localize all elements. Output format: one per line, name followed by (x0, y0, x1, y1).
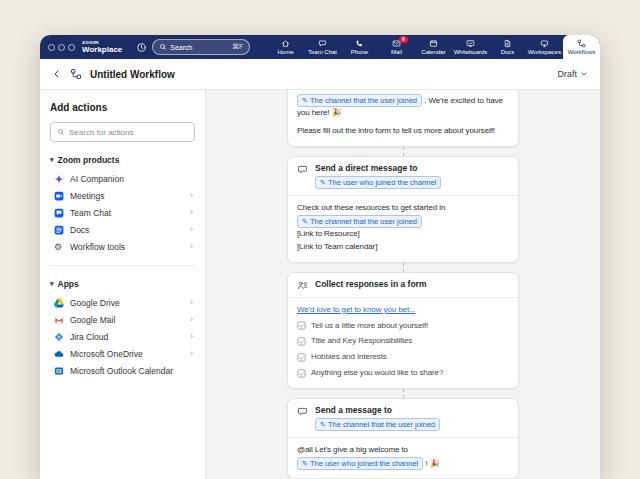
nav-label: Calendar (421, 49, 445, 55)
workflow-title: Untitled Workflow (90, 69, 175, 80)
sidebar-item-google-mail[interactable]: Google Mail › (50, 311, 195, 328)
draft-status-dropdown[interactable]: Draft (557, 69, 588, 79)
nav-item-team-chat[interactable]: Team Chat (304, 35, 341, 59)
form-link-text[interactable]: We'd love to get to know you bet... (297, 305, 415, 314)
card-header: Send a direct message to ✎The user who j… (288, 157, 518, 195)
variable-chip-channel[interactable]: ✎The channel that the user joined (315, 418, 440, 431)
section-apps[interactable]: ▾ Apps (50, 279, 195, 289)
form-question-row: Anything else you would like to share? (297, 367, 509, 380)
zoom-workplace-logo: zoom Workplace (82, 35, 122, 59)
workflow-canvas[interactable]: ✎The channel that the user joined . We'r… (206, 90, 600, 479)
nav-label: Mail (391, 49, 402, 55)
chip-label: The user who joined the channel (328, 177, 436, 188)
card-body: We'd love to get to know you bet... Tell… (288, 297, 518, 388)
chevron-right-icon: › (190, 349, 193, 358)
draft-status-label: Draft (557, 69, 577, 79)
nav-item-workflows[interactable]: Workflows (563, 35, 600, 59)
message-line: Check out these resources to get started… (297, 202, 509, 215)
sidebar-item-label: Jira Cloud (70, 332, 108, 342)
nav-item-home[interactable]: Home (267, 35, 304, 59)
content-area: Add actions Search for actions ▾ Zoom pr… (40, 90, 600, 479)
flow-connector (403, 147, 404, 156)
workflow-header: Untitled Workflow Draft (40, 59, 600, 90)
actions-search-input[interactable]: Search for actions (50, 122, 195, 142)
top-navigation-bar: zoom Workplace Search ⌘F Home Team Chat … (40, 35, 600, 59)
form-question-label: Tell us a little more about yourself! (311, 320, 428, 333)
sidebar-item-docs[interactable]: Docs › (50, 221, 195, 238)
nav-item-whiteboards[interactable]: Whiteboards (452, 35, 489, 59)
flow-connector (403, 389, 404, 398)
sidebar-item-label: Meetings (70, 191, 105, 201)
pencil-icon: ✎ (320, 179, 326, 186)
gmail-icon (54, 315, 64, 325)
pencil-icon: ✎ (302, 97, 308, 104)
card-title: Send a message to (315, 405, 392, 415)
whiteboard-icon (466, 39, 475, 48)
form-question-label: Hobbies and Interests (311, 351, 387, 364)
message-line: ✎The user who joined the channel ! 🎉 (297, 457, 509, 470)
workflow-card-collect-form[interactable]: Collect responses in a form We'd love to… (287, 272, 519, 389)
history-clock-icon (136, 42, 147, 53)
docs-icon (503, 39, 512, 48)
onedrive-icon (54, 349, 64, 359)
card-body: Check out these resources to get started… (288, 195, 518, 262)
workspaces-icon (540, 39, 549, 48)
card-header-text: Send a message to ✎The channel that the … (315, 405, 440, 431)
sidebar-item-microsoft-outlook-calendar[interactable]: Microsoft Outlook Calendar (50, 362, 195, 379)
recent-history-button[interactable] (136, 35, 147, 59)
nav-item-workspaces[interactable]: Workspaces (526, 35, 563, 59)
sidebar-item-label: Docs (70, 225, 89, 235)
sidebar-item-jira-cloud[interactable]: Jira Cloud › (50, 328, 195, 345)
message-line: ✎The channel that the user joined . We'r… (297, 94, 509, 120)
sidebar-item-ai-companion[interactable]: AI Companion (50, 170, 195, 187)
sidebar-item-google-drive[interactable]: Google Drive › (50, 294, 195, 311)
form-question-row: Hobbies and Interests (297, 351, 509, 364)
window-minimize-button[interactable] (58, 44, 65, 51)
workflow-card-welcome-message[interactable]: ✎The channel that the user joined . We'r… (287, 90, 519, 147)
nav-item-phone[interactable]: Phone (341, 35, 378, 59)
zoom-workplace-window: zoom Workplace Search ⌘F Home Team Chat … (40, 35, 600, 479)
sidebar-item-microsoft-onedrive[interactable]: Microsoft OneDrive › (50, 345, 195, 362)
add-actions-sidebar: Add actions Search for actions ▾ Zoom pr… (40, 90, 206, 479)
variable-chip-user[interactable]: ✎The user who joined the channel (315, 176, 441, 189)
search-icon (57, 128, 65, 136)
chip-label: The user who joined the channel (310, 458, 418, 469)
card-header-text: Collect responses in a form (315, 279, 426, 289)
google-drive-icon (54, 298, 64, 308)
window-zoom-button[interactable] (68, 44, 75, 51)
back-button[interactable] (52, 69, 62, 79)
window-controls[interactable] (40, 35, 82, 59)
home-icon (281, 39, 290, 48)
form-title-link[interactable]: We'd love to get to know you bet... (297, 304, 509, 317)
phone-icon (355, 39, 364, 48)
pencil-icon: ✎ (320, 421, 326, 428)
variable-chip-channel[interactable]: ✎The channel that the user joined (297, 94, 422, 107)
nav-item-docs[interactable]: Docs (489, 35, 526, 59)
sidebar-item-workflow-tools[interactable]: ⚙ Workflow tools › (50, 238, 195, 255)
window-close-button[interactable] (48, 44, 55, 51)
chat-bubble-icon (297, 405, 308, 417)
variable-chip-channel[interactable]: ✎The channel that the user joined (297, 215, 422, 228)
team-chat-icon (318, 39, 327, 48)
chevron-right-icon: › (190, 298, 193, 307)
global-search-input[interactable]: Search ⌘F (152, 39, 250, 55)
team-chat-app-icon (54, 208, 64, 218)
workflow-card-direct-message[interactable]: Send a direct message to ✎The user who j… (287, 156, 519, 263)
primary-nav: Home Team Chat Phone 9 Mail Calendar (267, 35, 600, 59)
section-label: Zoom products (58, 155, 120, 165)
workflow-card-channel-message[interactable]: Send a message to ✎The channel that the … (287, 398, 519, 479)
chevron-right-icon: › (190, 332, 193, 341)
search-icon (159, 43, 167, 51)
nav-label: Team Chat (308, 49, 337, 55)
nav-item-mail[interactable]: 9 Mail (378, 35, 415, 59)
card-header: Send a message to ✎The channel that the … (288, 399, 518, 437)
sidebar-item-team-chat[interactable]: Team Chat › (50, 204, 195, 221)
sidebar-title: Add actions (50, 102, 195, 113)
section-zoom-products[interactable]: ▾ Zoom products (50, 155, 195, 165)
variable-chip-user[interactable]: ✎The user who joined the channel (297, 457, 423, 470)
search-placeholder: Search (170, 44, 192, 51)
sidebar-item-meetings[interactable]: Meetings › (50, 187, 195, 204)
nav-item-calendar[interactable]: Calendar (415, 35, 452, 59)
message-text: ! 🎉 (423, 458, 439, 467)
chevron-right-icon: › (190, 208, 193, 217)
